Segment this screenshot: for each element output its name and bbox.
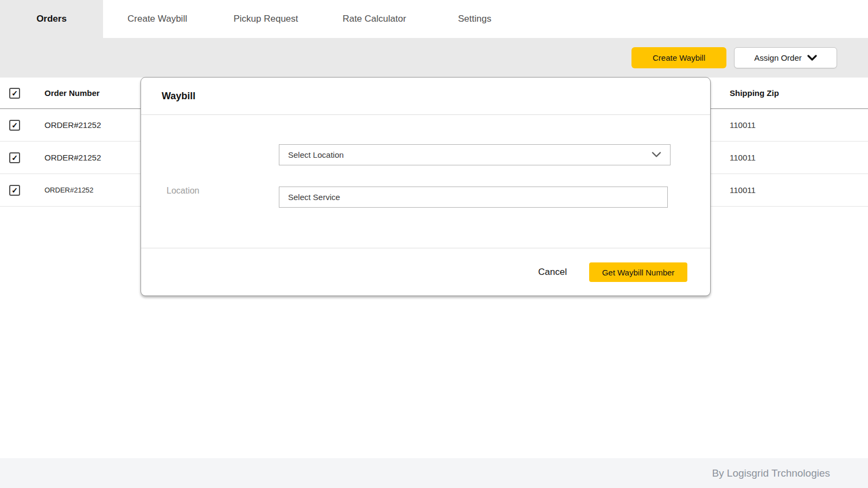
shipping-zip-cell: 110011 bbox=[730, 185, 838, 195]
row-checkbox[interactable]: ✓ bbox=[9, 185, 20, 196]
tab-settings[interactable]: Settings bbox=[429, 0, 521, 38]
create-waybill-button[interactable]: Create Waybill bbox=[631, 47, 726, 68]
modal-header: Waybill bbox=[141, 78, 710, 115]
row-checkbox[interactable]: ✓ bbox=[9, 152, 20, 163]
location-select[interactable]: Select Location bbox=[279, 144, 671, 165]
assign-order-button[interactable]: Assign Order bbox=[734, 47, 837, 68]
location-select-value: Select Location bbox=[288, 150, 344, 159]
chevron-down-icon bbox=[807, 55, 817, 61]
cancel-button[interactable]: Cancel bbox=[538, 267, 567, 278]
tab-pickup-request[interactable]: Pickup Request bbox=[212, 0, 320, 38]
shipping-zip-cell: 110011 bbox=[730, 120, 838, 130]
assign-order-label: Assign Order bbox=[754, 53, 802, 62]
shipping-zip-cell: 110011 bbox=[730, 153, 838, 162]
modal-body: Location Select Location Select Service bbox=[141, 115, 710, 248]
column-header-shipping-zip: Shipping Zip bbox=[730, 88, 838, 98]
row-checkbox[interactable]: ✓ bbox=[9, 120, 20, 131]
tab-rate-calculator[interactable]: Rate Calculator bbox=[320, 0, 429, 38]
modal-title: Waybill bbox=[162, 91, 195, 102]
service-select-value: Select Service bbox=[288, 192, 340, 202]
check-icon: ✓ bbox=[11, 187, 18, 194]
check-icon: ✓ bbox=[11, 121, 18, 129]
check-icon: ✓ bbox=[11, 154, 18, 162]
check-icon: ✓ bbox=[11, 89, 18, 97]
app-window: Orders Create Waybill Pickup Request Rat… bbox=[0, 0, 868, 488]
tab-create-waybill[interactable]: Create Waybill bbox=[103, 0, 212, 38]
waybill-modal: Waybill Location Select Location Select … bbox=[141, 77, 711, 296]
tab-bar: Orders Create Waybill Pickup Request Rat… bbox=[0, 0, 868, 38]
page-footer: By Logisgrid Trchnologies bbox=[0, 458, 868, 488]
tab-orders[interactable]: Orders bbox=[0, 0, 103, 38]
service-select[interactable]: Select Service bbox=[279, 187, 668, 208]
get-waybill-number-button[interactable]: Get Waybill Number bbox=[589, 262, 687, 282]
modal-footer: Cancel Get Waybill Number bbox=[141, 248, 710, 296]
location-label: Location bbox=[167, 186, 200, 196]
chevron-down-icon bbox=[652, 152, 661, 158]
footer-credit: By Logisgrid Trchnologies bbox=[712, 467, 830, 479]
toolbar: Create Waybill Assign Order bbox=[0, 38, 868, 78]
select-all-checkbox[interactable]: ✓ bbox=[9, 88, 20, 99]
